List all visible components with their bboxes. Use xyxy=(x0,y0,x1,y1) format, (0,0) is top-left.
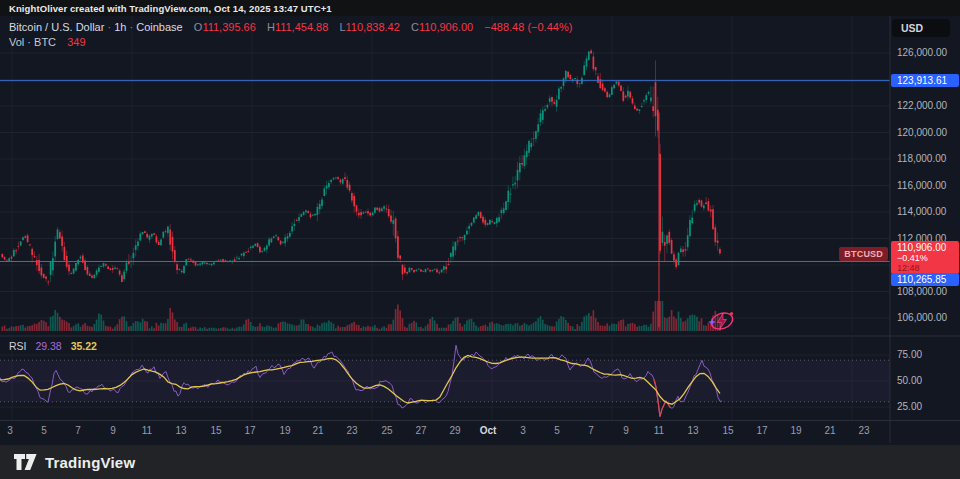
time-tick: 21 xyxy=(303,425,333,436)
footer-bar: TradingView xyxy=(0,445,960,479)
change-value: −488.48 (−0.44%) xyxy=(484,21,572,33)
time-tick: 23 xyxy=(337,425,367,436)
time-tick: 17 xyxy=(235,425,265,436)
volume-value: 349 xyxy=(67,36,85,48)
high-label: H xyxy=(267,21,275,33)
legend-separator: · xyxy=(129,21,133,33)
time-tick: 7 xyxy=(63,425,93,436)
legend-separator: · xyxy=(107,21,111,33)
symbol-title: Bitcoin / U.S. Dollar xyxy=(9,21,104,33)
rsi-legend[interactable]: RSI 29.38 35.22 xyxy=(9,340,97,352)
time-tick: 11 xyxy=(132,425,162,436)
ticker-tag: BTCUSD xyxy=(839,247,888,261)
time-tick: 3 xyxy=(508,425,538,436)
last-price-value: 110,906.00 xyxy=(897,242,959,253)
volume-legend-row[interactable]: Vol · BTC 349 xyxy=(9,35,572,50)
upper-level-price-label: 123,913.61 xyxy=(891,74,959,87)
time-tick: 11 xyxy=(644,425,674,436)
price-tick: 118,000.00 xyxy=(897,153,959,164)
time-tick: 19 xyxy=(781,425,811,436)
rsi-tick: 75.00 xyxy=(897,349,959,360)
time-tick: 27 xyxy=(406,425,436,436)
tradingview-snapshot: KnightOliver created with TradingView.co… xyxy=(0,0,960,479)
time-tick: 5 xyxy=(29,425,59,436)
currency-toggle-button[interactable]: USD xyxy=(892,19,950,37)
symbol-legend-row: Bitcoin / U.S. Dollar · 1h · Coinbase O1… xyxy=(9,20,572,35)
volume-label: Vol · BTC xyxy=(9,36,56,48)
time-tick: 5 xyxy=(542,425,572,436)
tradingview-logo-icon[interactable] xyxy=(14,454,37,471)
time-tick: 23 xyxy=(849,425,879,436)
price-tick: 116,000.00 xyxy=(897,180,959,191)
price-tick: 114,000.00 xyxy=(897,206,959,217)
tradingview-brand-text[interactable]: TradingView xyxy=(45,454,135,471)
price-tick: 122,000.00 xyxy=(897,100,959,111)
time-tick: 17 xyxy=(747,425,777,436)
rsi-tick: 50.00 xyxy=(897,375,959,386)
rsi-ma-value: 35.22 xyxy=(71,340,97,352)
bar-countdown: 12:48 xyxy=(897,263,959,273)
time-tick: Oct xyxy=(473,425,503,436)
time-tick: 29 xyxy=(440,425,470,436)
low-value: 110,838.42 xyxy=(346,21,400,33)
time-tick: 9 xyxy=(98,425,128,436)
time-tick: 13 xyxy=(678,425,708,436)
time-tick: 25 xyxy=(372,425,402,436)
time-tick: 19 xyxy=(270,425,300,436)
close-value: 110,906.00 xyxy=(419,21,473,33)
time-tick: 15 xyxy=(201,425,231,436)
time-tick: 13 xyxy=(166,425,196,436)
time-tick: 7 xyxy=(576,425,606,436)
lightning-sticker[interactable] xyxy=(708,310,735,332)
last-price-change: −0.41% xyxy=(897,253,959,263)
price-tick: 108,000.00 xyxy=(897,286,959,297)
time-tick: 15 xyxy=(713,425,743,436)
rsi-band xyxy=(0,360,890,402)
high-value: 111,454.88 xyxy=(275,21,328,33)
price-chart-canvas[interactable] xyxy=(0,0,960,479)
time-tick: 21 xyxy=(815,425,845,436)
price-tick: 126,000.00 xyxy=(897,47,959,58)
close-label: C xyxy=(411,21,419,33)
symbol-legend[interactable]: Bitcoin / U.S. Dollar · 1h · Coinbase O1… xyxy=(9,20,572,50)
open-value: 111,395.66 xyxy=(202,21,255,33)
time-tick: 9 xyxy=(611,425,641,436)
attribution-text: KnightOliver created with TradingView.co… xyxy=(9,3,332,14)
rsi-tick: 25.00 xyxy=(897,401,959,412)
price-tick: 106,000.00 xyxy=(897,312,959,323)
attribution-bar: KnightOliver created with TradingView.co… xyxy=(0,0,960,16)
rsi-value: 29.38 xyxy=(35,340,61,352)
time-tick: 3 xyxy=(0,425,25,436)
interval-value: 1h xyxy=(114,21,126,33)
exchange-name: Coinbase xyxy=(136,21,182,33)
lower-level-price-label: 110,265.85 xyxy=(891,273,959,286)
last-price-label: 110,906.00 −0.41% 12:48 xyxy=(891,241,959,274)
price-tick: 120,000.00 xyxy=(897,127,959,138)
rsi-label: RSI xyxy=(9,340,27,352)
